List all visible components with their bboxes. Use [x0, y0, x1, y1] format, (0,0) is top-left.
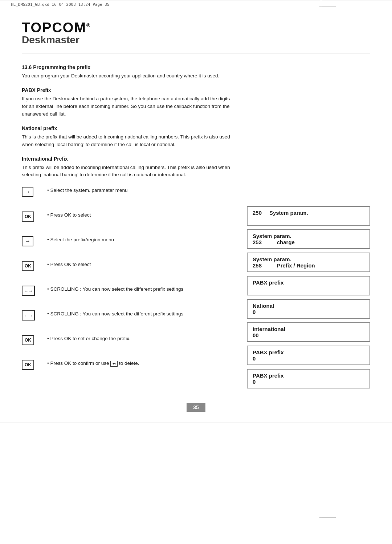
scroll-icon-2: ←→ [22, 310, 35, 321]
delete-icon: ↤ [110, 361, 118, 367]
arrow-icon-2: → [22, 236, 33, 246]
brand-logo: TOPCOM® [22, 20, 370, 36]
step-6: ←→ SCROLLING : You can now select the di… [22, 310, 236, 328]
page-number-area: 35 [22, 396, 370, 419]
step-8: OK Press OK to confirm or use ↤ to delet… [22, 359, 236, 377]
display-box-4: PABX prefix [247, 276, 370, 295]
main-section-body: You can program your Deskmaster accordin… [22, 72, 236, 80]
display-box-1: 250 System param. [247, 206, 370, 226]
display-box-international: International 00 [247, 322, 370, 342]
file-info: HL_DM5201_GB.qxd 16-04-2003 13:24 Page 3… [0, 0, 392, 9]
display-box-pabx-3: PABX prefix 0 [247, 369, 370, 388]
step-1: → Select the system. parameter menu [22, 186, 236, 204]
display-boxes-column: 250 System param. System param. 253 char… [247, 64, 370, 392]
ok-icon-1: OK [22, 211, 34, 222]
step-8-text: Press OK to confirm or use ↤ to delete. [47, 359, 236, 367]
step-6-text: SCROLLING : You can now select the diffe… [47, 310, 236, 318]
page-number: 35 [187, 403, 205, 412]
steps-list: → Select the system. parameter menu OK P… [22, 186, 236, 377]
pabx-title: PABX Prefix [22, 87, 236, 93]
step-5-text: SCROLLING : You can now select the diffe… [47, 285, 236, 293]
step-7: OK Press OK to set or change the prefix. [22, 334, 236, 352]
main-section-title: 13.6 Programming the prefix [22, 64, 236, 70]
scroll-icon-1: ←→ [22, 286, 35, 296]
international-title: International Prefix [22, 156, 236, 162]
national-body: This is the prefix that will be added to… [22, 133, 236, 149]
display-box-national: National 0 [247, 299, 370, 319]
pabx-body: If you use the Deskmaster behind a pabx … [22, 95, 236, 118]
arrow-icon: → [22, 187, 33, 197]
display-box-pabx-2: PABX prefix 0 [247, 346, 370, 365]
step-7-text: Press OK to set or change the prefix. [47, 334, 236, 342]
step-3-text: Select the prefix/region.menu [47, 235, 236, 243]
step-2-text: Press OK to select [47, 211, 236, 219]
step-5: ←→ SCROLLING : You can now select the di… [22, 285, 236, 303]
display-box-2: System param. 253 charge [247, 229, 370, 249]
step-3: → Select the prefix/region.menu [22, 235, 236, 254]
step-1-text: Select the system. parameter menu [47, 186, 236, 194]
national-title: National prefix [22, 125, 236, 131]
step-4: OK Press OK to select [22, 260, 236, 278]
step-2: OK Press OK to select [22, 211, 236, 229]
international-body: This prefix will be added to incoming in… [22, 164, 236, 179]
ok-icon-2: OK [22, 261, 34, 271]
logo-area: TOPCOM® Deskmaster [22, 9, 370, 53]
ok-icon-4: OK [22, 360, 34, 370]
step-4-text: Press OK to select [47, 260, 236, 268]
display-box-3: System param. 258 Prefix / Region [247, 253, 370, 272]
ok-icon-3: OK [22, 335, 34, 345]
product-name: Deskmaster [22, 34, 370, 46]
